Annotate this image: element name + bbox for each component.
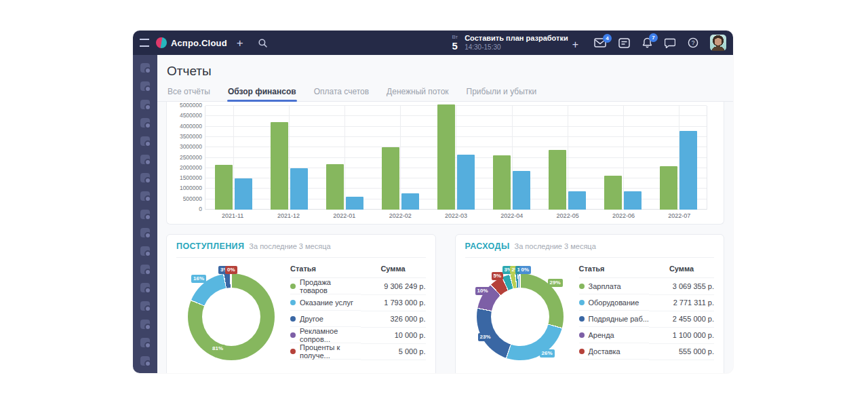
history-icon[interactable] [140,301,151,311]
bar-group-2022-03 [428,106,484,210]
row-label: Доставка [589,347,620,355]
logo-text: Аспро.Cloud [171,38,227,48]
donut-percent-label: 81% [210,345,225,353]
collapse-icon[interactable] [140,355,151,366]
green-bar[interactable] [549,150,566,210]
receipts-table-body: Продажа товаров9 306 249 р.Оказание услу… [290,278,426,360]
bell-icon[interactable]: 7 [642,37,652,48]
table-row[interactable]: Доставка555 000 р. [579,343,715,360]
chat-icon[interactable] [665,38,675,48]
bar-group-2022-05 [540,106,595,210]
blue-bar[interactable] [679,131,697,210]
row-value: 9 306 249 р. [361,278,426,295]
tab-item-2[interactable]: Оплата счетов [313,84,370,101]
blue-bar[interactable] [346,197,363,210]
green-bar[interactable] [382,147,399,210]
donut-percent-label: 23% [478,333,493,341]
search-icon[interactable] [258,38,268,48]
expenses-table: Статья Сумма Зарплата3 069 355 р.Оборудо… [579,262,715,360]
tab-item-1[interactable]: Обзор финансов [227,84,297,101]
blue-bar[interactable] [457,155,475,210]
row-label: Оборудование [589,298,639,307]
gallery-icon[interactable] [140,62,151,73]
row-label: Продажа товаров [300,278,361,294]
table-row[interactable]: Оборудование2 771 311 р. [579,294,715,311]
calendar-date[interactable]: Вт 5 [452,35,458,52]
receipts-donut-chart[interactable]: 81%16%3%0% [180,266,282,368]
funnel-icon[interactable] [140,99,151,110]
blue-bar[interactable] [568,191,586,210]
x-axis-label: 2022-07 [652,212,707,219]
blue-bar[interactable] [235,178,252,210]
green-bar[interactable] [437,104,455,210]
donut-percent-label: 16% [191,275,206,283]
expenses-donut-chart[interactable]: 29%26%23%10%5%3%2%1%0% [469,266,571,368]
table-row[interactable]: Рекламное сопров...10 000 р. [290,327,426,343]
table-row[interactable]: Другое326 000 р. [290,311,426,327]
mail-icon[interactable]: 4 [594,38,606,47]
documents-icon[interactable] [140,264,151,275]
compass-icon[interactable] [140,117,151,128]
blue-bar[interactable] [401,193,419,210]
green-bar[interactable] [271,122,288,210]
x-axis-label: 2022-05 [540,212,595,219]
blue-bar[interactable] [624,191,642,210]
app-window: Аспро.Cloud + Вт 5 Составить план разраб… [133,31,733,373]
notes-icon[interactable] [140,172,151,183]
row-value: 5 000 р. [361,343,426,360]
send-icon[interactable] [140,81,151,92]
menu-icon[interactable] [140,39,149,47]
page-title: Отчеты [157,55,733,84]
help-icon[interactable]: ? [688,37,698,48]
notes-icon[interactable] [618,38,630,48]
row-value: 2 455 000 р. [649,311,714,327]
contacts-icon[interactable] [140,209,151,220]
layers-icon[interactable] [140,282,151,293]
tab-item-0[interactable]: Все отчёты [167,84,211,101]
folder-icon[interactable] [140,227,151,238]
series-color-dot [579,284,585,289]
y-axis-tick: 5000000 [180,102,202,109]
column-header-sum: Сумма [361,262,426,278]
column-header-item: Статья [579,262,650,278]
tab-item-4[interactable]: Прибыли и убытки [466,84,538,101]
page: Аспро.Cloud + Вт 5 Составить план разраб… [0,0,868,405]
green-bar[interactable] [660,166,677,210]
users-icon[interactable] [140,319,151,330]
table-row[interactable]: Подрядные раб...2 455 000 р. [579,311,715,327]
user-avatar[interactable] [710,35,726,51]
blue-bar[interactable] [513,171,530,210]
logo[interactable]: Аспро.Cloud [156,37,227,48]
row-value: 1 793 000 р. [361,294,426,311]
y-axis-tick: 2500000 [180,154,202,161]
row-label: Зарплата [589,282,621,290]
table-row[interactable]: Продажа товаров9 306 249 р. [290,278,426,295]
x-axis-label: 2022-06 [595,212,651,219]
education-icon[interactable] [140,337,151,348]
receipts-donut [188,273,275,360]
receipts-panel-subtitle: За последние 3 месяца [249,242,330,250]
tab-item-3[interactable]: Денежный поток [386,84,449,101]
archive-icon[interactable] [140,191,151,201]
attach-icon[interactable] [140,154,151,165]
add-event-icon[interactable]: + [572,39,578,51]
logo-icon [156,37,167,48]
table-row[interactable]: Зарплата3 069 355 р. [579,278,715,295]
table-row[interactable]: Оказание услуг1 793 000 р. [290,294,426,311]
green-bar[interactable] [493,155,511,210]
table-row[interactable]: Проценты к получе...5 000 р. [290,343,426,360]
row-value: 326 000 р. [361,311,426,327]
add-icon[interactable]: + [237,37,243,49]
event-time: 14:30-15:30 [465,43,568,52]
blue-bar[interactable] [290,168,308,210]
row-value: 1 100 000 р. [649,327,714,343]
row-value: 3 069 355 р. [649,278,714,295]
green-bar[interactable] [326,164,344,210]
upcoming-event[interactable]: Составить план разработки 14:30-15:30 [465,34,568,51]
table-row[interactable]: Аренда1 100 000 р. [579,327,715,343]
column-header-item: Статья [290,262,361,278]
green-bar[interactable] [215,165,233,210]
team-icon[interactable] [140,136,151,147]
green-bar[interactable] [604,176,622,210]
finance-icon[interactable] [140,246,151,256]
